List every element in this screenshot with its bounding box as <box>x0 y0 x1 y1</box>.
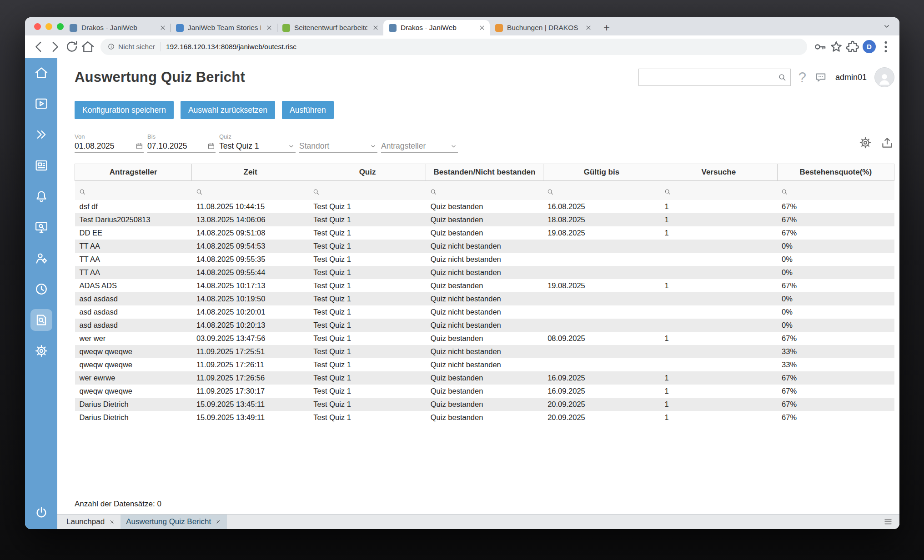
table-settings-gear-icon[interactable] <box>858 135 873 150</box>
sidebar-item-user-settings[interactable] <box>30 247 52 269</box>
save-configuration-button[interactable]: Konfiguration speichern <box>75 101 174 119</box>
sidebar-item-news[interactable] <box>30 155 52 176</box>
bottom-menu-hamburger-icon[interactable] <box>883 517 893 527</box>
filter-bis[interactable]: Bis07.10.2025 <box>147 133 216 153</box>
tab-close-icon[interactable] <box>159 24 167 32</box>
profile-avatar[interactable]: D <box>863 40 876 53</box>
tab-close-icon[interactable] <box>265 24 273 32</box>
bottom-tab-launchpad[interactable]: Launchpad <box>61 515 121 529</box>
column-filter-input[interactable] <box>88 185 188 195</box>
filter-von[interactable]: Von01.08.2025 <box>75 133 144 153</box>
table-row[interactable]: Darius Dietrich15.09.2025 13:49:11Test Q… <box>75 411 894 424</box>
column-filter-input[interactable] <box>439 185 539 195</box>
user-avatar[interactable] <box>874 67 894 87</box>
tab-close-icon[interactable] <box>372 24 380 32</box>
zoom-window-button[interactable] <box>57 23 64 30</box>
sidebar-item-double-chevron-right[interactable] <box>30 124 52 145</box>
tab-close-icon[interactable] <box>478 24 486 32</box>
table-row[interactable]: TT AA14.08.2025 09:55:44Test Quiz 1Quiz … <box>75 266 894 279</box>
column-header[interactable]: Bestanden/Nicht bestanden <box>426 164 543 181</box>
sidebar-item-monitor-search[interactable] <box>30 216 52 238</box>
table-cell: 11.09.2025 17:26:56 <box>192 371 309 385</box>
help-icon[interactable] <box>798 70 806 85</box>
column-filter-input[interactable] <box>322 185 422 195</box>
search-icon[interactable] <box>778 73 787 82</box>
sidebar-item-notifications-bell[interactable] <box>30 185 52 207</box>
filter-standort[interactable]: Standort <box>299 133 377 153</box>
sidebar-item-report-search[interactable] <box>30 309 52 331</box>
table-row[interactable]: TT AA14.08.2025 09:54:53Test Quiz 1Quiz … <box>75 240 894 253</box>
export-icon[interactable] <box>880 135 894 150</box>
chevron-down-icon[interactable] <box>287 142 296 150</box>
browser-tab[interactable]: Seitenentwurf bearbeiten | D… <box>277 20 383 35</box>
address-bar[interactable]: Nicht sicher 192.168.120.134:8089/janiwe… <box>100 39 807 55</box>
table-row[interactable]: wer wer03.09.2025 13:47:56Test Quiz 1Qui… <box>75 332 894 345</box>
table-row[interactable]: asd asdasd14.08.2025 10:20:13Test Quiz 1… <box>75 319 894 332</box>
home-button[interactable] <box>80 39 96 55</box>
browser-tab[interactable]: Drakos - JaniWeb <box>64 20 171 35</box>
close-icon[interactable] <box>109 519 115 525</box>
table-row[interactable]: qweqw qweqwe11.09.2025 17:30:17Test Quiz… <box>75 385 894 398</box>
table-cell: 1 <box>660 385 777 398</box>
sidebar-item-power[interactable] <box>30 502 52 524</box>
column-header[interactable]: Zeit <box>192 164 309 181</box>
filter-antragsteller[interactable]: Antragsteller <box>381 133 458 153</box>
table-cell: Test Darius20250813 <box>75 213 192 226</box>
table-row[interactable]: dsf df11.08.2025 10:44:15Test Quiz 1Quiz… <box>75 200 894 213</box>
table-cell <box>660 240 777 253</box>
table-row[interactable]: ADAS ADS14.08.2025 10:17:13Test Quiz 1Qu… <box>75 279 894 292</box>
table-row[interactable]: wer ewrwe11.09.2025 17:26:56Test Quiz 1Q… <box>75 371 894 385</box>
close-window-button[interactable] <box>34 23 41 30</box>
table-row[interactable]: qweqw qweqwe11.09.2025 17:26:11Test Quiz… <box>75 358 894 371</box>
table-row[interactable]: DD EE14.08.2025 09:51:08Test Quiz 1Quiz … <box>75 226 894 240</box>
forward-button[interactable] <box>47 39 63 55</box>
global-search-input[interactable] <box>639 69 790 85</box>
execute-button[interactable]: Ausführen <box>282 101 334 119</box>
column-header[interactable]: Versuche <box>660 164 777 181</box>
calendar-icon[interactable] <box>207 142 216 150</box>
new-tab-button[interactable] <box>600 21 613 35</box>
extensions-icon[interactable] <box>844 39 861 55</box>
column-header[interactable]: Bestehensquote(%) <box>777 164 894 181</box>
table-row[interactable]: asd asdasd14.08.2025 10:19:50Test Quiz 1… <box>75 292 894 305</box>
table-row[interactable]: qweqw qweqwe11.09.2025 17:25:51Test Quiz… <box>75 345 894 358</box>
browser-tab[interactable]: JaniWeb Team Stories Board <box>171 20 277 35</box>
bottom-tab-auswertung-quiz-bericht[interactable]: Auswertung Quiz Bericht <box>121 515 227 529</box>
site-security-chip[interactable]: Nicht sicher <box>100 39 161 55</box>
table-row[interactable]: asd asdasd14.08.2025 10:20:01Test Quiz 1… <box>75 305 894 319</box>
filter-quiz[interactable]: QuizTest Quiz 1 <box>219 133 296 153</box>
column-filter-input[interactable] <box>556 185 656 195</box>
column-header[interactable]: Gültig bis <box>543 164 660 181</box>
column-header[interactable]: Antragsteller <box>75 164 192 181</box>
key-icon[interactable] <box>812 39 828 55</box>
table-row[interactable]: Test Darius2025081313.08.2025 14:06:06Te… <box>75 213 894 226</box>
reset-selection-button[interactable]: Auswahl zurücksetzen <box>181 101 275 119</box>
table-row[interactable]: TT AA14.08.2025 09:55:35Test Quiz 1Quiz … <box>75 253 894 266</box>
close-icon[interactable] <box>215 519 221 525</box>
chevron-down-icon[interactable] <box>449 142 458 150</box>
table-row[interactable]: Darius Dietrich15.09.2025 13:45:11Test Q… <box>75 398 894 411</box>
table-cell: Quiz nicht bestanden <box>426 305 543 319</box>
sidebar-item-settings-gear[interactable] <box>30 340 52 362</box>
search-icon <box>547 188 554 195</box>
sidebar-item-start-process[interactable] <box>30 93 52 115</box>
browser-toolbar: Nicht sicher 192.168.120.134:8089/janiwe… <box>25 35 899 58</box>
sidebar-item-home[interactable] <box>30 62 52 84</box>
column-filter-input[interactable] <box>205 185 305 195</box>
column-header[interactable]: Quiz <box>309 164 426 181</box>
tab-close-icon[interactable] <box>584 24 593 32</box>
reload-button[interactable] <box>63 39 80 55</box>
column-filter-input[interactable] <box>673 185 773 195</box>
calendar-icon[interactable] <box>135 142 144 150</box>
back-button[interactable] <box>30 39 47 55</box>
minimize-window-button[interactable] <box>45 23 52 30</box>
column-filter-input[interactable] <box>790 185 890 195</box>
browser-tab[interactable]: Drakos - JaniWeb <box>383 20 490 35</box>
tab-search-chevron-icon[interactable] <box>882 22 891 31</box>
browser-menu-kebab-icon[interactable] <box>878 39 894 55</box>
speech-bubble-icon[interactable] <box>814 70 828 84</box>
chevron-down-icon[interactable] <box>369 142 377 150</box>
bookmark-star-icon[interactable] <box>828 39 844 55</box>
sidebar-item-clock[interactable] <box>30 278 52 300</box>
browser-tab[interactable]: Buchungen | DRAKOS Manua… <box>490 20 596 35</box>
